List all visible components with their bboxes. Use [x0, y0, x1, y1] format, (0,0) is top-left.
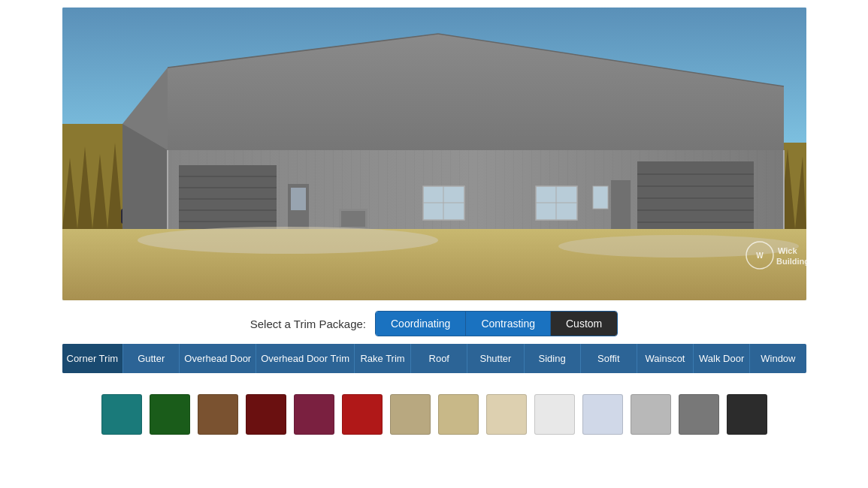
svg-rect-31: [341, 211, 365, 227]
tab-overhead-door-trim[interactable]: Overhead Door Trim: [256, 344, 355, 373]
building-image: W Wick Buildings: [62, 8, 806, 300]
color-swatch-light-gray[interactable]: [631, 394, 671, 435]
trim-package-label: Select a Trim Package:: [250, 318, 366, 330]
tab-gutter[interactable]: Gutter: [123, 344, 180, 373]
color-swatch-dark-red[interactable]: [246, 394, 286, 435]
tab-roof[interactable]: Roof: [411, 344, 467, 373]
svg-point-40: [138, 227, 438, 254]
color-swatch-burgundy[interactable]: [294, 394, 334, 435]
svg-rect-16: [179, 165, 277, 229]
svg-text:Wick: Wick: [778, 246, 797, 255]
color-swatch-charcoal[interactable]: [727, 394, 767, 435]
svg-rect-39: [593, 186, 608, 209]
color-swatch-brown[interactable]: [198, 394, 238, 435]
tab-siding[interactable]: Siding: [525, 344, 581, 373]
color-swatch-medium-gray[interactable]: [679, 394, 719, 435]
color-swatch-light-tan[interactable]: [438, 394, 479, 435]
svg-rect-38: [611, 180, 631, 229]
color-swatch-white[interactable]: [534, 394, 575, 435]
color-swatches-container: [101, 394, 767, 435]
tab-wainscot[interactable]: Wainscot: [637, 344, 694, 373]
page-container: W Wick Buildings Select a Trim Package: …: [0, 0, 868, 435]
color-swatch-light-blue[interactable]: [582, 394, 623, 435]
color-swatch-cream[interactable]: [486, 394, 527, 435]
color-swatch-teal[interactable]: [101, 394, 142, 435]
svg-rect-32: [637, 161, 754, 229]
trim-buttons-group: Coordinating Contrasting Custom: [375, 311, 618, 336]
color-swatch-dark-green[interactable]: [150, 394, 190, 435]
tab-window[interactable]: Window: [750, 344, 806, 373]
tab-rake-trim[interactable]: Rake Trim: [355, 344, 411, 373]
tab-soffit[interactable]: Soffit: [581, 344, 637, 373]
color-swatch-tan[interactable]: [390, 394, 431, 435]
building-image-container: W Wick Buildings: [62, 8, 806, 300]
svg-text:Buildings: Buildings: [776, 257, 806, 266]
building-svg: W Wick Buildings: [62, 8, 806, 300]
tab-navigation: Corner Trim Gutter Overhead Door Overhea…: [62, 344, 806, 373]
tab-shutter[interactable]: Shutter: [467, 344, 524, 373]
color-swatch-red[interactable]: [342, 394, 383, 435]
trim-package-row: Select a Trim Package: Coordinating Cont…: [250, 311, 618, 336]
tab-corner-trim[interactable]: Corner Trim: [62, 344, 124, 373]
tab-overhead-door[interactable]: Overhead Door: [180, 344, 256, 373]
svg-rect-23: [291, 188, 306, 210]
trim-btn-custom[interactable]: Custom: [551, 312, 617, 336]
svg-text:W: W: [756, 252, 764, 260]
trim-btn-contrasting[interactable]: Contrasting: [466, 312, 551, 336]
trim-btn-coordinating[interactable]: Coordinating: [376, 312, 466, 336]
tab-walk-door[interactable]: Walk Door: [694, 344, 750, 373]
